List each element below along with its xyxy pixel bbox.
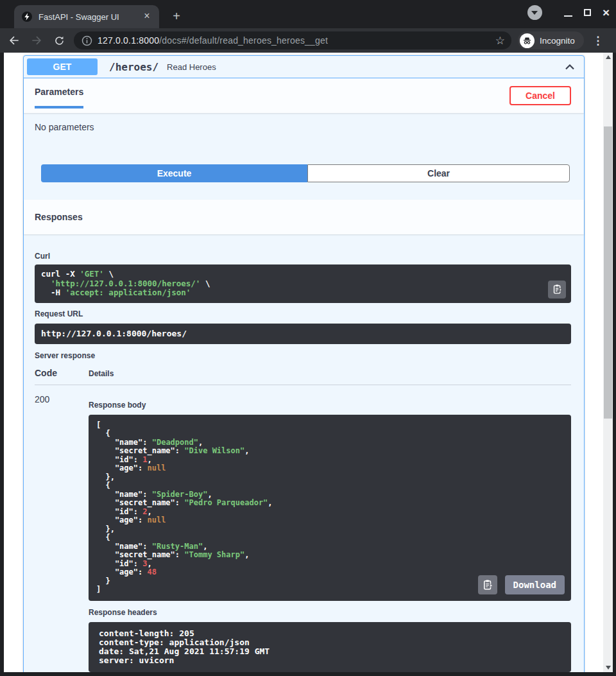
incognito-label: Incognito (540, 36, 575, 46)
execute-button[interactable]: Execute (41, 164, 307, 182)
forward-arrow-icon (30, 34, 43, 47)
swagger-page: GET /heroes/ Read Heroes Parameters Canc… (4, 53, 603, 672)
response-headers-label: Response headers (89, 608, 571, 617)
reload-button[interactable] (51, 32, 67, 49)
server-response-table: Code Details 200 Response body [ { "name… (35, 368, 571, 672)
back-button[interactable] (6, 32, 22, 49)
response-table-head: Code Details (35, 368, 571, 385)
response-row-200: 200 Response body [ { "name": "Deadpond"… (35, 385, 571, 672)
opblock-get-heroes: GET /heroes/ Read Heroes Parameters Canc… (23, 55, 585, 672)
close-window-button[interactable]: × (603, 6, 610, 19)
request-url-label: Request URL (35, 309, 571, 318)
curl-command: curl -X 'GET' \ 'http://127.0.0.1:8000/h… (41, 270, 545, 298)
browser-tab[interactable]: FastAPI - Swagger UI × (14, 5, 159, 28)
response-body-block: [ { "name": "Deadpond", "secret_name": "… (89, 415, 571, 601)
parameters-header: Parameters Cancel (24, 78, 584, 113)
response-headers-block: content-length: 205content-type: applica… (89, 622, 571, 672)
browser-menu-button[interactable]: ⋮ (592, 34, 604, 48)
url-path: /docs#/default/read_heroes_heroes__get (159, 35, 328, 46)
incognito-badge: Incognito (518, 31, 584, 49)
cancel-button[interactable]: Cancel (509, 86, 571, 105)
execute-row: Execute Clear (41, 164, 570, 182)
incognito-icon (520, 33, 535, 48)
no-parameters-text: No parameters (35, 122, 571, 132)
scroll-down-button[interactable] (603, 663, 613, 672)
download-button[interactable]: Download (505, 575, 565, 594)
minimize-button[interactable] (564, 15, 572, 17)
triangle-down-icon (606, 666, 611, 670)
curl-command-block: curl -X 'GET' \ 'http://127.0.0.1:8000/h… (35, 264, 571, 303)
fastapi-favicon-icon (22, 12, 32, 22)
parameters-body: No parameters Execute Clear (24, 113, 584, 200)
url-host: 127.0.0.1:8000 (98, 35, 159, 46)
back-arrow-icon (8, 34, 21, 47)
scroll-up-button[interactable] (603, 53, 613, 62)
status-code: 200 (35, 394, 89, 672)
details-column-header: Details (89, 369, 571, 378)
reload-icon (53, 35, 65, 47)
clear-button[interactable]: Clear (307, 164, 570, 182)
response-details-cell: Response body [ { "name": "Deadpond", "s… (89, 394, 571, 672)
collapse-chevron-icon[interactable] (563, 60, 576, 73)
tab-parameters[interactable]: Parameters (35, 87, 83, 108)
tab-search-icon[interactable] (527, 5, 542, 20)
clipboard-icon (482, 579, 493, 591)
response-body-actions: Download (478, 575, 565, 594)
page-scrollbar[interactable] (603, 53, 613, 672)
curl-label: Curl (35, 252, 571, 261)
opblock-summary[interactable]: GET /heroes/ Read Heroes (24, 56, 584, 78)
triangle-up-icon (606, 55, 611, 59)
responses-body: Curl curl -X 'GET' \ 'http://127.0.0.1:8… (24, 234, 584, 672)
server-response-label: Server response (35, 351, 571, 360)
caret-down-icon (531, 11, 538, 15)
request-url-value: http://127.0.0.1:8000/heroes/ (35, 324, 571, 344)
new-tab-button[interactable]: + (168, 8, 185, 25)
forward-button[interactable] (28, 32, 45, 49)
endpoint-summary: Read Heroes (167, 62, 563, 72)
response-body-json: [ { "name": "Deadpond", "secret_name": "… (96, 421, 571, 594)
url-text: 127.0.0.1:8000/docs#/default/read_heroes… (98, 35, 495, 46)
responses-title: Responses (35, 212, 83, 222)
browser-toolbar: 127.0.0.1:8000/docs#/default/read_heroes… (0, 28, 616, 53)
http-method-badge: GET (27, 58, 98, 75)
site-info-icon[interactable] (81, 35, 92, 46)
scrollbar-thumb[interactable] (604, 126, 612, 419)
response-body-label: Response body (89, 401, 571, 410)
maximize-button[interactable] (584, 9, 591, 16)
bookmark-star-icon[interactable]: ☆ (495, 35, 505, 46)
responses-header: Responses (24, 200, 584, 234)
copy-response-button[interactable] (478, 575, 497, 594)
tab-title: FastAPI - Swagger UI (38, 12, 141, 22)
url-bar[interactable]: 127.0.0.1:8000/docs#/default/read_heroes… (74, 31, 511, 49)
tab-close-icon[interactable]: × (141, 11, 153, 22)
tab-strip: FastAPI - Swagger UI × + × (0, 0, 616, 28)
endpoint-path: /heroes/ (109, 61, 158, 73)
clipboard-icon (552, 284, 563, 295)
copy-curl-button[interactable] (548, 281, 566, 299)
window-controls: × (527, 5, 610, 20)
code-column-header: Code (35, 368, 89, 378)
